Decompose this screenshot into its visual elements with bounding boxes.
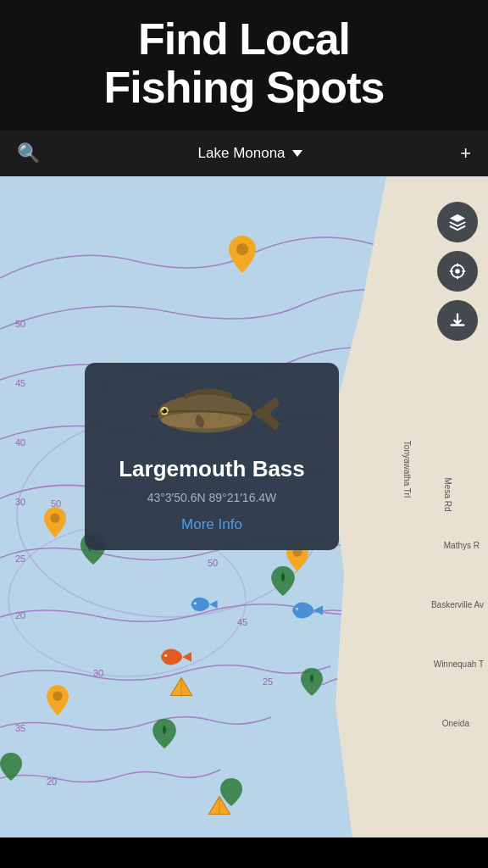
layers-button[interactable] — [437, 202, 478, 242]
download-button[interactable] — [437, 300, 478, 341]
camp-marker[interactable] — [169, 676, 193, 700]
fish-activity-marker-2[interactable] — [161, 647, 191, 670]
svg-text:20: 20 — [47, 776, 57, 787]
map-toolbar: 🔍 Lake Monona + — [0, 131, 488, 176]
road-mathys: Mathys R — [444, 541, 480, 550]
fish-info-card: Largemouth Bass 43°3′50.6N 89°21′16.4W M… — [85, 363, 339, 550]
fish-species-name: Largemouth Bass — [119, 456, 305, 482]
locate-button[interactable] — [437, 251, 478, 292]
svg-text:50: 50 — [15, 319, 25, 329]
lake-selector[interactable]: Lake Monona — [198, 145, 302, 162]
search-icon[interactable]: 🔍 — [17, 142, 40, 164]
svg-point-23 — [236, 243, 248, 255]
vegetation-marker-3[interactable] — [152, 719, 176, 752]
svg-point-24 — [50, 514, 59, 523]
svg-text:35: 35 — [15, 723, 25, 733]
svg-text:45: 45 — [15, 378, 25, 388]
road-oneida: Oneida — [442, 719, 469, 728]
road-winnequah: Winnequah T — [434, 659, 484, 669]
selected-location-pin[interactable] — [229, 236, 256, 273]
svg-text:30: 30 — [93, 668, 103, 678]
fab-group — [437, 202, 478, 341]
svg-text:25: 25 — [263, 676, 273, 687]
road-tonyawatha: Tonyawatha Trl — [402, 441, 412, 498]
svg-point-39 — [162, 409, 164, 411]
road-baskerville: Baskerville Av — [431, 600, 484, 609]
svg-point-26 — [53, 692, 62, 701]
svg-text:45: 45 — [237, 617, 247, 627]
svg-point-30 — [194, 603, 197, 605]
svg-text:25: 25 — [15, 554, 25, 564]
chevron-down-icon — [292, 150, 302, 157]
map-view: 50 45 40 30 25 20 35 50 45 25 20 10 50 4… — [0, 176, 488, 837]
add-location-icon[interactable]: + — [460, 142, 471, 164]
more-info-button[interactable]: More Info — [181, 516, 242, 533]
svg-text:50: 50 — [208, 558, 218, 568]
lake-name-label: Lake Monona — [198, 145, 286, 162]
fish-illustration — [144, 380, 280, 448]
svg-text:20: 20 — [15, 610, 25, 620]
svg-point-18 — [455, 270, 460, 275]
vegetation-marker-4[interactable] — [301, 668, 323, 699]
header-title-line1: Find Local — [138, 14, 350, 64]
location-pin-left1[interactable] — [44, 507, 66, 537]
fish-activity-marker-3[interactable] — [191, 596, 218, 616]
camp-marker-2[interactable] — [208, 795, 231, 819]
road-mesa: Mesa Rd — [442, 478, 452, 512]
svg-text:30: 30 — [15, 497, 25, 507]
svg-point-28 — [297, 609, 297, 609]
fish-coordinates: 43°3′50.6N 89°21′16.4W — [147, 491, 277, 504]
location-pin-bottom-left[interactable] — [47, 685, 69, 715]
svg-text:40: 40 — [15, 437, 25, 448]
svg-point-29 — [164, 654, 167, 657]
header-title-line2: Fishing Spots — [104, 63, 385, 112]
app-header-banner: Find Local Fishing Spots — [0, 0, 488, 131]
fish-activity-marker-1[interactable] — [292, 600, 323, 624]
vegetation-marker-5[interactable] — [0, 753, 22, 784]
